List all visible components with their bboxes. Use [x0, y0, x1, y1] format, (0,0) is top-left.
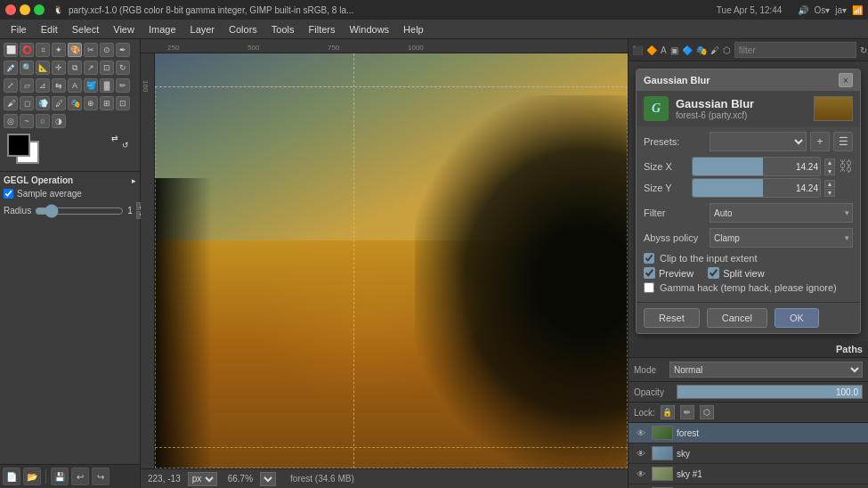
- split-view-checkbox[interactable]: [708, 267, 719, 279]
- reset-colors-icon[interactable]: ↺: [122, 141, 129, 150]
- new-image-btn[interactable]: 📄: [3, 468, 20, 485]
- tool-scale[interactable]: ⤢: [4, 78, 18, 93]
- layer-visibility-forest[interactable]: 👁: [634, 426, 648, 440]
- size-x-up[interactable]: ▲: [824, 159, 835, 167]
- menu-colors[interactable]: Colors: [222, 22, 264, 37]
- tool-rotate[interactable]: ↻: [116, 61, 130, 75]
- canvas-area[interactable]: 250 500 750 1000 160: [141, 39, 628, 488]
- tool-fuzzy-select[interactable]: ✦: [52, 43, 66, 57]
- clip-input-checkbox[interactable]: [644, 253, 654, 264]
- swap-colors-icon[interactable]: ⇄: [111, 134, 118, 142]
- preset-menu-btn[interactable]: ☰: [833, 132, 853, 151]
- ok-button[interactable]: OK: [775, 308, 819, 328]
- unit-select[interactable]: px: [188, 472, 217, 486]
- tool-color-select[interactable]: 🎨: [68, 43, 82, 57]
- panel-icon-5[interactable]: 🔷: [682, 43, 693, 57]
- tool-blur[interactable]: ◎: [4, 114, 18, 128]
- tool-transform[interactable]: ↗: [84, 61, 98, 75]
- menu-tools[interactable]: Tools: [264, 22, 302, 37]
- sample-average-checkbox[interactable]: [4, 189, 13, 199]
- preview-checkbox[interactable]: [644, 267, 655, 279]
- size-x-down[interactable]: ▼: [824, 167, 835, 175]
- save-btn[interactable]: 💾: [51, 468, 69, 485]
- size-y-slider[interactable]: 14.24: [692, 178, 821, 198]
- gamma-hack-checkbox[interactable]: [644, 282, 654, 293]
- reset-button[interactable]: Reset: [644, 308, 700, 328]
- cancel-button[interactable]: Cancel: [707, 308, 767, 328]
- panel-icon-6[interactable]: 🎭: [696, 43, 707, 57]
- tool-ellipse-select[interactable]: ⭕: [20, 43, 34, 57]
- panel-refresh-icon[interactable]: ↻: [860, 43, 867, 57]
- foreground-color-swatch[interactable]: [7, 134, 30, 157]
- link-icon[interactable]: ⛓: [839, 159, 853, 174]
- tool-dodge[interactable]: ○: [36, 114, 50, 128]
- zoom-select[interactable]: [260, 472, 276, 486]
- panel-icon-2[interactable]: 🔶: [646, 43, 657, 57]
- tool-free-select[interactable]: ⌗: [36, 43, 50, 57]
- layer-visibility-sky[interactable]: 👁: [634, 446, 648, 460]
- tool-measure[interactable]: 📐: [36, 61, 50, 75]
- tool-perspective[interactable]: ⊿: [36, 78, 50, 93]
- canvas-inner[interactable]: [155, 53, 628, 468]
- menu-select[interactable]: Select: [65, 22, 107, 37]
- filter-select[interactable]: Auto: [710, 203, 853, 223]
- tool-eraser[interactable]: ◻: [20, 96, 34, 110]
- redo-btn[interactable]: ↪: [92, 468, 110, 485]
- size-x-slider[interactable]: 14.24: [692, 157, 821, 176]
- radius-slider[interactable]: [35, 205, 124, 217]
- tool-clone[interactable]: ⊕: [84, 96, 98, 110]
- layer-item-sky[interactable]: 👁 sky: [629, 443, 868, 464]
- panel-icon-1[interactable]: ⬛: [632, 43, 643, 57]
- lock-pixels-icon[interactable]: ✏: [680, 405, 694, 419]
- tool-gradient[interactable]: ▓: [100, 78, 114, 93]
- tool-zoom[interactable]: 🔍: [20, 61, 34, 75]
- layer-item-forest[interactable]: 👁 forest: [629, 423, 868, 443]
- opacity-slider[interactable]: 100.0: [677, 385, 863, 399]
- menu-layer[interactable]: Layer: [183, 22, 223, 37]
- preset-add-btn[interactable]: +: [810, 132, 830, 151]
- menu-filters[interactable]: Filters: [302, 22, 343, 37]
- tool-paths[interactable]: ✒: [116, 43, 130, 57]
- tool-mypaint[interactable]: 🎭: [68, 96, 82, 110]
- tool-text[interactable]: A: [68, 78, 82, 93]
- menu-file[interactable]: File: [4, 22, 34, 37]
- tool-rect-select[interactable]: ⬜: [4, 43, 18, 57]
- tool-pencil[interactable]: ✏: [116, 78, 130, 93]
- layer-item-background[interactable]: 👁 Background: [629, 484, 868, 488]
- tool-ink[interactable]: 🖊: [52, 96, 66, 110]
- tool-foreground-select[interactable]: ⊙: [100, 43, 114, 57]
- tool-smudge[interactable]: ~: [20, 114, 34, 128]
- close-window-icon[interactable]: [5, 4, 16, 15]
- lock-alpha-icon[interactable]: ⬡: [700, 405, 714, 419]
- abyss-select[interactable]: Clamp: [710, 228, 853, 248]
- layer-visibility-sky1[interactable]: 👁: [634, 467, 648, 481]
- panel-icon-4[interactable]: ▣: [670, 43, 678, 57]
- undo-btn[interactable]: ↩: [71, 468, 89, 485]
- open-image-btn[interactable]: 📂: [23, 468, 41, 485]
- tool-crop[interactable]: ⊡: [100, 61, 114, 75]
- tool-scissors[interactable]: ✂: [84, 43, 98, 57]
- tool-bucket[interactable]: 🪣: [84, 78, 98, 93]
- tool-move[interactable]: ✛: [52, 61, 66, 75]
- minimize-window-icon[interactable]: [20, 4, 30, 15]
- tool-desaturate[interactable]: ◑: [52, 114, 66, 128]
- maximize-window-icon[interactable]: [34, 4, 45, 15]
- menu-edit[interactable]: Edit: [34, 22, 65, 37]
- tool-color-picker[interactable]: 💉: [4, 61, 18, 75]
- gegl-expand-icon[interactable]: ▸: [132, 176, 136, 185]
- panel-icon-7[interactable]: 🖌: [710, 43, 719, 57]
- menu-windows[interactable]: Windows: [342, 22, 396, 37]
- tool-perspective-clone[interactable]: ⊡: [116, 96, 130, 110]
- lock-position-icon[interactable]: 🔒: [661, 405, 675, 419]
- size-y-down[interactable]: ▼: [824, 189, 835, 197]
- presets-select[interactable]: [710, 132, 807, 151]
- panel-icon-8[interactable]: ⬡: [723, 43, 731, 57]
- tool-align[interactable]: ⧉: [68, 61, 82, 75]
- layer-item-sky1[interactable]: 👁 sky #1: [629, 464, 868, 484]
- mode-select[interactable]: Normal: [669, 362, 863, 378]
- tool-heal[interactable]: ⊞: [100, 96, 114, 110]
- panel-filter-input[interactable]: [734, 42, 856, 58]
- menu-image[interactable]: Image: [142, 22, 183, 37]
- size-y-up[interactable]: ▲: [824, 180, 835, 188]
- tool-airbrush[interactable]: 💨: [36, 96, 50, 110]
